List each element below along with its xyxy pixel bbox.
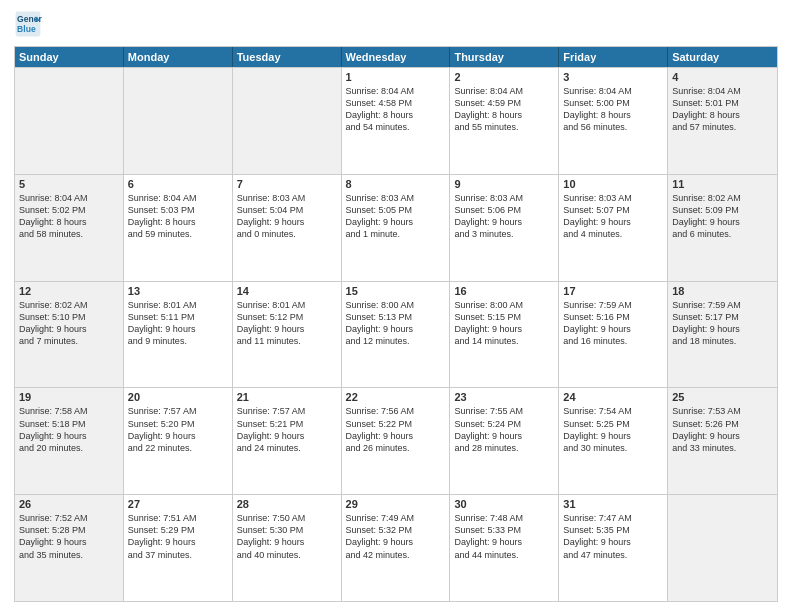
day-cell-8: 8Sunrise: 8:03 AM Sunset: 5:05 PM Daylig… (342, 175, 451, 281)
day-cell-11: 11Sunrise: 8:02 AM Sunset: 5:09 PM Dayli… (668, 175, 777, 281)
day-cell-16: 16Sunrise: 8:00 AM Sunset: 5:15 PM Dayli… (450, 282, 559, 388)
day-number: 15 (346, 285, 446, 297)
day-number: 19 (19, 391, 119, 403)
day-cell-7: 7Sunrise: 8:03 AM Sunset: 5:04 PM Daylig… (233, 175, 342, 281)
header: General Blue (14, 10, 778, 38)
day-info: Sunrise: 8:04 AM Sunset: 4:58 PM Dayligh… (346, 85, 446, 134)
week-row-2: 5Sunrise: 8:04 AM Sunset: 5:02 PM Daylig… (15, 174, 777, 281)
day-number: 18 (672, 285, 773, 297)
day-number: 21 (237, 391, 337, 403)
day-number: 25 (672, 391, 773, 403)
day-cell-18: 18Sunrise: 7:59 AM Sunset: 5:17 PM Dayli… (668, 282, 777, 388)
week-row-3: 12Sunrise: 8:02 AM Sunset: 5:10 PM Dayli… (15, 281, 777, 388)
page: General Blue SundayMondayTuesdayWednesda… (0, 0, 792, 612)
day-info: Sunrise: 8:01 AM Sunset: 5:11 PM Dayligh… (128, 299, 228, 348)
day-number: 11 (672, 178, 773, 190)
day-info: Sunrise: 7:56 AM Sunset: 5:22 PM Dayligh… (346, 405, 446, 454)
header-day-monday: Monday (124, 47, 233, 67)
empty-cell (124, 68, 233, 174)
day-number: 24 (563, 391, 663, 403)
day-info: Sunrise: 7:47 AM Sunset: 5:35 PM Dayligh… (563, 512, 663, 561)
day-info: Sunrise: 8:00 AM Sunset: 5:15 PM Dayligh… (454, 299, 554, 348)
header-day-sunday: Sunday (15, 47, 124, 67)
day-number: 28 (237, 498, 337, 510)
calendar-header: SundayMondayTuesdayWednesdayThursdayFrid… (15, 47, 777, 67)
day-cell-15: 15Sunrise: 8:00 AM Sunset: 5:13 PM Dayli… (342, 282, 451, 388)
day-cell-30: 30Sunrise: 7:48 AM Sunset: 5:33 PM Dayli… (450, 495, 559, 601)
day-cell-9: 9Sunrise: 8:03 AM Sunset: 5:06 PM Daylig… (450, 175, 559, 281)
week-row-1: 1Sunrise: 8:04 AM Sunset: 4:58 PM Daylig… (15, 67, 777, 174)
day-number: 12 (19, 285, 119, 297)
day-info: Sunrise: 8:04 AM Sunset: 5:02 PM Dayligh… (19, 192, 119, 241)
day-cell-28: 28Sunrise: 7:50 AM Sunset: 5:30 PM Dayli… (233, 495, 342, 601)
day-info: Sunrise: 8:04 AM Sunset: 4:59 PM Dayligh… (454, 85, 554, 134)
day-cell-2: 2Sunrise: 8:04 AM Sunset: 4:59 PM Daylig… (450, 68, 559, 174)
day-info: Sunrise: 7:52 AM Sunset: 5:28 PM Dayligh… (19, 512, 119, 561)
day-info: Sunrise: 8:00 AM Sunset: 5:13 PM Dayligh… (346, 299, 446, 348)
week-row-4: 19Sunrise: 7:58 AM Sunset: 5:18 PM Dayli… (15, 387, 777, 494)
empty-cell (233, 68, 342, 174)
day-number: 16 (454, 285, 554, 297)
day-info: Sunrise: 8:03 AM Sunset: 5:07 PM Dayligh… (563, 192, 663, 241)
day-info: Sunrise: 7:59 AM Sunset: 5:16 PM Dayligh… (563, 299, 663, 348)
day-cell-31: 31Sunrise: 7:47 AM Sunset: 5:35 PM Dayli… (559, 495, 668, 601)
day-info: Sunrise: 8:04 AM Sunset: 5:01 PM Dayligh… (672, 85, 773, 134)
day-number: 7 (237, 178, 337, 190)
day-number: 8 (346, 178, 446, 190)
day-info: Sunrise: 7:53 AM Sunset: 5:26 PM Dayligh… (672, 405, 773, 454)
day-cell-1: 1Sunrise: 8:04 AM Sunset: 4:58 PM Daylig… (342, 68, 451, 174)
day-cell-13: 13Sunrise: 8:01 AM Sunset: 5:11 PM Dayli… (124, 282, 233, 388)
day-info: Sunrise: 7:51 AM Sunset: 5:29 PM Dayligh… (128, 512, 228, 561)
day-number: 3 (563, 71, 663, 83)
day-number: 1 (346, 71, 446, 83)
empty-cell (15, 68, 124, 174)
day-info: Sunrise: 7:50 AM Sunset: 5:30 PM Dayligh… (237, 512, 337, 561)
day-cell-27: 27Sunrise: 7:51 AM Sunset: 5:29 PM Dayli… (124, 495, 233, 601)
logo-area: General Blue (14, 10, 46, 38)
day-number: 30 (454, 498, 554, 510)
header-day-wednesday: Wednesday (342, 47, 451, 67)
day-info: Sunrise: 7:55 AM Sunset: 5:24 PM Dayligh… (454, 405, 554, 454)
day-info: Sunrise: 7:58 AM Sunset: 5:18 PM Dayligh… (19, 405, 119, 454)
day-info: Sunrise: 8:02 AM Sunset: 5:09 PM Dayligh… (672, 192, 773, 241)
day-number: 17 (563, 285, 663, 297)
day-info: Sunrise: 7:54 AM Sunset: 5:25 PM Dayligh… (563, 405, 663, 454)
day-info: Sunrise: 7:59 AM Sunset: 5:17 PM Dayligh… (672, 299, 773, 348)
day-cell-12: 12Sunrise: 8:02 AM Sunset: 5:10 PM Dayli… (15, 282, 124, 388)
day-cell-25: 25Sunrise: 7:53 AM Sunset: 5:26 PM Dayli… (668, 388, 777, 494)
day-cell-26: 26Sunrise: 7:52 AM Sunset: 5:28 PM Dayli… (15, 495, 124, 601)
day-number: 5 (19, 178, 119, 190)
week-row-5: 26Sunrise: 7:52 AM Sunset: 5:28 PM Dayli… (15, 494, 777, 601)
header-day-friday: Friday (559, 47, 668, 67)
day-cell-3: 3Sunrise: 8:04 AM Sunset: 5:00 PM Daylig… (559, 68, 668, 174)
day-cell-21: 21Sunrise: 7:57 AM Sunset: 5:21 PM Dayli… (233, 388, 342, 494)
day-number: 14 (237, 285, 337, 297)
day-number: 31 (563, 498, 663, 510)
logo-icon: General Blue (14, 10, 42, 38)
day-number: 6 (128, 178, 228, 190)
day-info: Sunrise: 7:48 AM Sunset: 5:33 PM Dayligh… (454, 512, 554, 561)
day-number: 20 (128, 391, 228, 403)
day-cell-19: 19Sunrise: 7:58 AM Sunset: 5:18 PM Dayli… (15, 388, 124, 494)
day-cell-23: 23Sunrise: 7:55 AM Sunset: 5:24 PM Dayli… (450, 388, 559, 494)
day-cell-6: 6Sunrise: 8:04 AM Sunset: 5:03 PM Daylig… (124, 175, 233, 281)
day-info: Sunrise: 8:01 AM Sunset: 5:12 PM Dayligh… (237, 299, 337, 348)
day-info: Sunrise: 7:57 AM Sunset: 5:20 PM Dayligh… (128, 405, 228, 454)
header-day-thursday: Thursday (450, 47, 559, 67)
svg-text:Blue: Blue (17, 24, 36, 34)
day-number: 22 (346, 391, 446, 403)
day-cell-29: 29Sunrise: 7:49 AM Sunset: 5:32 PM Dayli… (342, 495, 451, 601)
calendar: SundayMondayTuesdayWednesdayThursdayFrid… (14, 46, 778, 602)
day-cell-24: 24Sunrise: 7:54 AM Sunset: 5:25 PM Dayli… (559, 388, 668, 494)
day-number: 23 (454, 391, 554, 403)
day-info: Sunrise: 7:57 AM Sunset: 5:21 PM Dayligh… (237, 405, 337, 454)
empty-cell (668, 495, 777, 601)
day-info: Sunrise: 8:04 AM Sunset: 5:03 PM Dayligh… (128, 192, 228, 241)
day-number: 2 (454, 71, 554, 83)
day-cell-4: 4Sunrise: 8:04 AM Sunset: 5:01 PM Daylig… (668, 68, 777, 174)
day-cell-10: 10Sunrise: 8:03 AM Sunset: 5:07 PM Dayli… (559, 175, 668, 281)
day-info: Sunrise: 8:03 AM Sunset: 5:04 PM Dayligh… (237, 192, 337, 241)
day-info: Sunrise: 8:04 AM Sunset: 5:00 PM Dayligh… (563, 85, 663, 134)
day-number: 10 (563, 178, 663, 190)
day-number: 9 (454, 178, 554, 190)
